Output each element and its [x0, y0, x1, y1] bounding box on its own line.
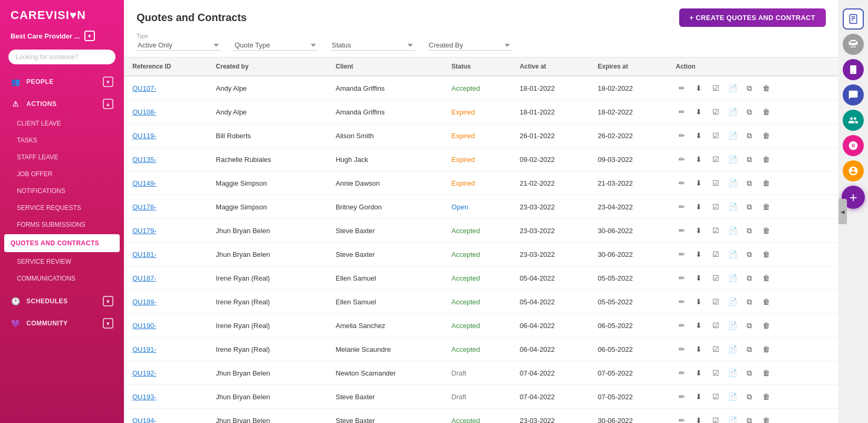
copy-icon[interactable]: ⧉	[743, 82, 756, 94]
check-icon[interactable]: ☑	[709, 177, 722, 189]
edit-icon[interactable]: ✏	[676, 248, 688, 261]
copy-icon[interactable]: ⧉	[743, 390, 756, 403]
copy-icon[interactable]: ⧉	[743, 295, 756, 308]
file-icon[interactable]: 📄	[726, 248, 739, 261]
created-by-filter-select[interactable]: Created By Andy Alpe Bill Roberts	[428, 40, 512, 51]
create-quotes-button[interactable]: + CREATE QUOTES AND CONTRACT	[679, 8, 826, 27]
file-icon[interactable]: 📄	[726, 105, 739, 118]
file-icon[interactable]: 📄	[726, 129, 739, 142]
quote-type-filter-select[interactable]: Quote Type Standard Custom	[234, 40, 318, 51]
delete-icon[interactable]: 🗑	[760, 82, 773, 94]
download-icon[interactable]: ⬇	[692, 153, 705, 166]
copy-icon[interactable]: ⧉	[743, 414, 756, 423]
check-icon[interactable]: ☑	[709, 248, 722, 261]
download-icon[interactable]: ⬇	[692, 105, 705, 118]
edit-icon[interactable]: ✏	[676, 319, 688, 332]
sidebar-item-actions[interactable]: ⚠ ACTIONS ▴	[0, 93, 124, 115]
provider-chevron[interactable]: ▾	[84, 31, 95, 41]
download-icon[interactable]: ⬇	[692, 343, 705, 355]
file-icon[interactable]: 📄	[726, 295, 739, 308]
file-icon[interactable]: 📄	[726, 367, 739, 379]
download-icon[interactable]: ⬇	[692, 224, 705, 237]
file-icon[interactable]: 📄	[726, 414, 739, 423]
delete-icon[interactable]: 🗑	[760, 343, 773, 355]
search-input[interactable]	[16, 53, 108, 61]
copy-icon[interactable]: ⧉	[743, 129, 756, 142]
copy-icon[interactable]: ⧉	[743, 367, 756, 379]
edit-icon[interactable]: ✏	[676, 272, 688, 284]
delete-icon[interactable]: 🗑	[760, 272, 773, 284]
users-panel-button[interactable]	[843, 110, 864, 131]
chat-panel-button[interactable]	[843, 84, 864, 105]
delete-icon[interactable]: 🗑	[760, 319, 773, 332]
sidebar-item-tasks[interactable]: TASKS	[0, 132, 124, 149]
doc-panel-button[interactable]	[843, 8, 864, 30]
type-filter-select[interactable]: Active Only All Inactive	[137, 40, 221, 51]
delete-icon[interactable]: 🗑	[760, 153, 773, 166]
check-icon[interactable]: ☑	[709, 105, 722, 118]
sidebar-item-community[interactable]: 💜 COMMUNITY ▾	[0, 312, 124, 334]
file-icon[interactable]: 📄	[726, 272, 739, 284]
check-icon[interactable]: ☑	[709, 295, 722, 308]
sidebar-item-notifications[interactable]: NOTIFICATIONS	[0, 182, 124, 199]
delete-icon[interactable]: 🗑	[760, 367, 773, 379]
edit-icon[interactable]: ✏	[676, 105, 688, 118]
file-icon[interactable]: 📄	[726, 390, 739, 403]
edit-icon[interactable]: ✏	[676, 343, 688, 355]
download-icon[interactable]: ⬇	[692, 367, 705, 379]
edit-icon[interactable]: ✏	[676, 224, 688, 237]
copy-icon[interactable]: ⧉	[743, 177, 756, 189]
download-icon[interactable]: ⬇	[692, 390, 705, 403]
collapse-arrow[interactable]: ◀	[838, 199, 847, 224]
download-icon[interactable]: ⬇	[692, 177, 705, 189]
check-icon[interactable]: ☑	[709, 319, 722, 332]
print-panel-button[interactable]	[843, 34, 864, 55]
delete-icon[interactable]: 🗑	[760, 390, 773, 403]
sidebar-item-quotes-contracts[interactable]: QUOTES AND CONTRACTS	[4, 234, 120, 252]
sidebar-item-job-offer[interactable]: JOB OFFER	[0, 166, 124, 182]
copy-icon[interactable]: ⧉	[743, 105, 756, 118]
file-icon[interactable]: 📄	[726, 224, 739, 237]
provider-row[interactable]: Best Care Provider ... ▾	[0, 27, 124, 47]
edit-icon[interactable]: ✏	[676, 153, 688, 166]
delete-icon[interactable]: 🗑	[760, 224, 773, 237]
edit-icon[interactable]: ✏	[676, 414, 688, 423]
edit-icon[interactable]: ✏	[676, 367, 688, 379]
copy-icon[interactable]: ⧉	[743, 153, 756, 166]
sidebar-item-schedules[interactable]: 🕐 SCHEDULES ▾	[0, 290, 124, 312]
edit-icon[interactable]: ✏	[676, 177, 688, 189]
check-icon[interactable]: ☑	[709, 200, 722, 213]
download-icon[interactable]: ⬇	[692, 82, 705, 94]
delete-icon[interactable]: 🗑	[760, 105, 773, 118]
check-icon[interactable]: ☑	[709, 343, 722, 355]
file-icon[interactable]: 📄	[726, 200, 739, 213]
sidebar-item-staff-leave[interactable]: STAFF LEAVE	[0, 149, 124, 166]
check-icon[interactable]: ☑	[709, 272, 722, 284]
delete-icon[interactable]: 🗑	[760, 414, 773, 423]
copy-icon[interactable]: ⧉	[743, 319, 756, 332]
file-icon[interactable]: 📄	[726, 153, 739, 166]
download-icon[interactable]: ⬇	[692, 319, 705, 332]
copy-icon[interactable]: ⧉	[743, 200, 756, 213]
download-icon[interactable]: ⬇	[692, 129, 705, 142]
check-icon[interactable]: ☑	[709, 129, 722, 142]
file-icon[interactable]: 📄	[726, 82, 739, 94]
copy-icon[interactable]: ⧉	[743, 272, 756, 284]
sidebar-item-service-review[interactable]: SERVICE REVIEW	[0, 253, 124, 270]
copy-icon[interactable]: ⧉	[743, 343, 756, 355]
edit-icon[interactable]: ✏	[676, 129, 688, 142]
sidebar-item-communications[interactable]: COMMUNICATIONS	[0, 270, 124, 287]
edit-icon[interactable]: ✏	[676, 295, 688, 308]
check-icon[interactable]: ☑	[709, 414, 722, 423]
sidebar-item-people[interactable]: 👥 PEOPLE ▾	[0, 71, 124, 93]
edit-icon[interactable]: ✏	[676, 390, 688, 403]
download-icon[interactable]: ⬇	[692, 200, 705, 213]
download-icon[interactable]: ⬇	[692, 248, 705, 261]
mobile-panel-button[interactable]	[843, 59, 864, 80]
copy-icon[interactable]: ⧉	[743, 248, 756, 261]
sidebar-item-forms-submissions[interactable]: FORMS SUBMISSIONS	[0, 216, 124, 233]
file-icon[interactable]: 📄	[726, 343, 739, 355]
download-icon[interactable]: ⬇	[692, 414, 705, 423]
download-icon[interactable]: ⬇	[692, 295, 705, 308]
check-icon[interactable]: ☑	[709, 82, 722, 94]
